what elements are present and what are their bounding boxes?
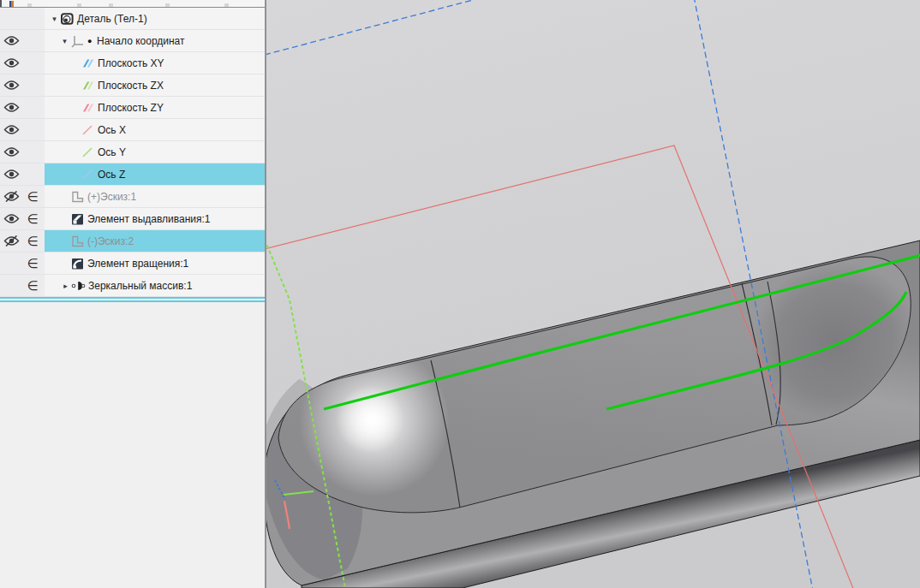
- element-of-badge: ∈: [24, 186, 41, 207]
- expander-icon[interactable]: ▾: [60, 37, 69, 45]
- visibility-toggle-eye-icon[interactable]: [3, 30, 21, 51]
- tree-row-revolution-1[interactable]: ∈ Элемент вращения:1: [0, 252, 265, 275]
- item-label: (+)Эскиз:1: [87, 191, 136, 203]
- toolbar-icon-fragment: [9, 1, 14, 7]
- tree-row-plane-zy[interactable]: Плоскость ZY: [0, 97, 265, 119]
- item-label: Элемент вращения:1: [87, 258, 188, 270]
- axis-y-icon: [80, 146, 95, 159]
- item-label: Ось Y: [98, 146, 126, 158]
- tree-row-gutter: [0, 141, 45, 163]
- tree-row-detail[interactable]: ▾ Деталь (Тел-1): [0, 8, 265, 30]
- item-label: Элемент выдавливания:1: [87, 213, 211, 225]
- revolve-icon: [69, 257, 85, 270]
- mirror-icon: [70, 279, 86, 293]
- tree-row-origin[interactable]: ▾ ● Начало координат: [0, 30, 265, 52]
- tree-row-content[interactable]: Элемент выдавливания:1: [45, 208, 265, 229]
- tree-row-content[interactable]: Ось Y: [45, 141, 265, 163]
- specular-highlight-core: [336, 385, 404, 454]
- tree-row-mirror-array-1[interactable]: ∈ ▸ Зеркальный массив:1: [0, 275, 265, 297]
- axis-x-icon: [80, 123, 95, 137]
- visibility-toggle-eye-icon[interactable]: [3, 97, 21, 118]
- tree-row-gutter: ∈: [0, 186, 45, 207]
- tree-row-plane-xy[interactable]: Плоскость XY: [0, 52, 265, 74]
- element-of-badge: ∈: [24, 208, 41, 229]
- tree-row-gutter: ∈: [0, 252, 45, 274]
- plane-zx-icon: [80, 79, 95, 92]
- tree-row-plane-zx[interactable]: Плоскость ZX: [0, 74, 265, 97]
- model-tree-panel: ▾ Деталь (Тел-1) ▾ ● Начало координат Пл…: [0, 0, 266, 588]
- element-of-badge: ∈: [24, 252, 41, 274]
- tree-row-axis-z[interactable]: Ось Z: [0, 163, 265, 186]
- visibility-toggle-eye-icon[interactable]: [3, 141, 21, 163]
- element-of-badge: ∈: [24, 230, 41, 252]
- visibility-toggle-eye-icon[interactable]: [3, 163, 21, 185]
- tree-row-content[interactable]: Элемент вращения:1: [45, 252, 265, 274]
- tree-row-content[interactable]: Плоскость ZY: [45, 97, 265, 118]
- origin-icon: [69, 34, 85, 48]
- tree-row-content[interactable]: (+)Эскиз:1: [45, 186, 265, 207]
- tree-row-gutter: ∈: [0, 208, 45, 229]
- tree-row-axis-y[interactable]: Ось Y: [0, 141, 265, 163]
- tree-row-content[interactable]: ▾ ● Начало координат: [45, 30, 265, 51]
- tree-row-content[interactable]: Плоскость ZX: [45, 74, 265, 96]
- toolbar-fragment: [109, 3, 113, 7]
- tree-row-gutter: [0, 8, 45, 29]
- sketch-icon: [69, 190, 85, 204]
- expander-icon[interactable]: ▾: [50, 15, 59, 23]
- tree-row-content[interactable]: Плоскость XY: [45, 52, 265, 74]
- tree-row-content[interactable]: Ось Z: [45, 163, 265, 185]
- toolbar-fragment: [27, 3, 32, 7]
- panel-toolbar-fragment: [0, 0, 265, 8]
- tree-row-gutter: [0, 163, 45, 185]
- tree-row-axis-x[interactable]: Ось X: [0, 119, 265, 141]
- tree-row-gutter: [0, 74, 45, 96]
- visibility-toggle-eye-icon[interactable]: [3, 74, 21, 96]
- tree-row-gutter: [0, 52, 45, 74]
- visibility-toggle-eye-crossed-icon[interactable]: [3, 186, 21, 207]
- axis-z-icon: [80, 168, 95, 181]
- origin-bullet: ●: [87, 34, 95, 48]
- model-tree: ▾ Деталь (Тел-1) ▾ ● Начало координат Пл…: [0, 8, 265, 297]
- visibility-toggle-eye-icon[interactable]: [3, 52, 21, 74]
- sketch-icon: [69, 235, 85, 248]
- tree-row-extrusion-1[interactable]: ∈ Элемент выдавливания:1: [0, 208, 265, 230]
- visibility-toggle-eye-icon[interactable]: [3, 208, 21, 229]
- viewport-3d[interactable]: [266, 0, 920, 588]
- window-border-fragment: [0, 0, 2, 7]
- toolbar-fragment: [77, 3, 81, 7]
- item-label: Ось X: [98, 124, 126, 136]
- panel-empty-area: [0, 302, 265, 588]
- item-label: Ось Z: [98, 169, 125, 181]
- toolbar-fragment: [224, 3, 229, 7]
- tree-row-gutter: ∈: [0, 275, 45, 296]
- tree-row-content[interactable]: (-)Эскиз:2: [45, 230, 265, 252]
- app-window: ▾ Деталь (Тел-1) ▾ ● Начало координат Пл…: [0, 0, 920, 588]
- tree-row-gutter: [0, 119, 45, 140]
- item-label: Деталь (Тел-1): [77, 13, 147, 25]
- item-label: Плоскость ZY: [98, 102, 164, 114]
- tree-row-gutter: [0, 97, 45, 118]
- item-label: (-)Эскиз:2: [87, 235, 134, 247]
- tree-row-gutter: ∈: [0, 230, 45, 252]
- expander-icon[interactable]: ▸: [61, 282, 70, 290]
- tree-row-gutter: [0, 30, 45, 51]
- part-icon: [59, 12, 75, 26]
- extrude-icon: [69, 212, 85, 226]
- tree-row-content[interactable]: ▾ Деталь (Тел-1): [45, 8, 265, 29]
- visibility-toggle-eye-icon[interactable]: [3, 119, 21, 140]
- plane-xy-icon: [80, 56, 95, 70]
- item-label: Плоскость ZX: [98, 80, 164, 92]
- item-label: Зеркальный массив:1: [88, 280, 192, 292]
- toolbar-fragment: [165, 3, 170, 7]
- element-of-badge: ∈: [24, 275, 41, 296]
- item-label: Начало координат: [97, 35, 185, 47]
- tree-row-content[interactable]: Ось X: [45, 119, 265, 140]
- tree-row-sketch-1[interactable]: ∈ (+)Эскиз:1: [0, 186, 265, 208]
- tree-row-sketch-2[interactable]: ∈ (-)Эскиз:2: [0, 230, 265, 252]
- item-label: Плоскость XY: [98, 57, 164, 69]
- visibility-toggle-eye-crossed-icon[interactable]: [3, 230, 21, 252]
- plane-zy-icon: [80, 101, 95, 115]
- tree-row-content[interactable]: ▸ Зеркальный массив:1: [45, 275, 265, 296]
